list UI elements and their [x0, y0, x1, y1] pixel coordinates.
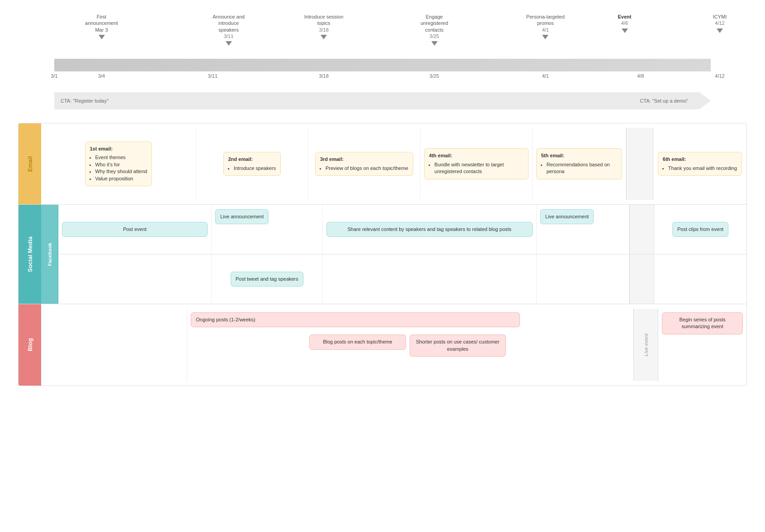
social-tw-col-0: [58, 254, 212, 304]
date-3-11: 3/11: [208, 73, 217, 79]
timeline-label-icymi: ICYMI4/12: [704, 14, 736, 33]
timeline-top-labels: FirstannouncementMar 3 Announce andintro…: [54, 14, 720, 59]
email-row-header: Email: [19, 123, 41, 204]
date-4-12: 4/12: [715, 73, 724, 79]
main-grid: Email 1st email: Event themes Who it's f…: [18, 123, 747, 386]
social-fb-col-1: Live announcement: [212, 205, 322, 254]
date-3-18: 3/18: [319, 73, 328, 79]
arrow-down-icon: [226, 41, 232, 46]
arrow-down-icon: [321, 35, 327, 39]
post-tweet-card: Post tweet and tag speakers: [231, 272, 303, 287]
shorter-posts-spacer: Shorter posts on use cases/ customer exa…: [410, 334, 506, 357]
timeline-label-session-topics: Introduce sessiontopics3/18: [301, 14, 346, 39]
blog-posts-topics-card: Blog posts on each topic/theme: [309, 334, 406, 349]
shorter-posts-card: Shorter posts on use cases/ customer exa…: [410, 334, 506, 357]
email-col-6: 6th email: Thank you email with recordin…: [653, 128, 746, 200]
timeline-label-event: Event4/6: [609, 14, 641, 33]
cta-left-text: CTA: "Register today": [61, 98, 109, 104]
social-fb-col-4: Live announcement: [537, 205, 629, 254]
blog-content-inner: Ongoing posts (1-2/weeks) Blog posts on …: [41, 309, 746, 381]
email-col-0: 1st email: Event themes Who it's for Why…: [41, 128, 196, 200]
date-4-1: 4/1: [542, 73, 549, 79]
arrow-down-icon: [622, 28, 628, 33]
email-card-5: 5th email: Recommendations based on pers…: [536, 148, 622, 179]
arrow-down-icon: [717, 28, 723, 33]
facebook-sub-header: Facebook: [41, 205, 58, 304]
social-content-area: Post event Live announcement Share relev…: [58, 205, 746, 304]
social-fb-col-6: Post clips from event: [654, 205, 746, 254]
post-clips-card: Post clips from event: [672, 222, 728, 237]
blog-bottom-cards: Blog posts on each topic/theme Shorter p…: [191, 334, 629, 357]
blog-topics-spacer: Blog posts on each topic/theme: [309, 334, 406, 357]
blog-row-header: Blog: [19, 304, 41, 386]
cta-arrow-container: CTA: "Register today" CTA: "Set up a dem…: [54, 92, 711, 109]
timeline-label-announce-speakers: Announce andintroducespeakers3/11: [206, 14, 251, 46]
timeline-label-persona-promos: Persona-targetedpromos4/1: [523, 14, 568, 39]
email-col-1: 2nd email: Introduce speakers: [196, 128, 308, 200]
email-col-4: 5th email: Recommendations based on pers…: [533, 128, 626, 200]
date-4-8: 4/8: [637, 73, 644, 79]
timeline-label-first-announcement: FirstannouncementMar 3: [79, 14, 124, 39]
social-fb-col-2-3: Share relevant content by speakers and t…: [323, 205, 537, 254]
cta-right-text: CTA: "Set up a demo": [640, 98, 688, 104]
live-event-label-blog: Live event: [634, 309, 658, 381]
email-col-3: 4th email: Bundle with newsletter to tar…: [420, 128, 533, 200]
facebook-label: Facebook: [47, 243, 52, 266]
blog-row: Blog Ongoing posts (1-2/weeks): [19, 304, 746, 386]
email-card-3: 3rd email: Preview of blogs on each topi…: [315, 152, 413, 176]
email-card-1: 1st email: Event themes Who it's for Why…: [85, 141, 152, 186]
ongoing-posts-card: Ongoing posts (1-2/weeks): [191, 312, 520, 327]
arrow-down-icon: [99, 35, 105, 39]
social-media-row: Social Media Facebook Post event: [19, 205, 746, 304]
arrow-down-icon: [431, 41, 438, 46]
social-tw-col-1: Post tweet and tag speakers: [212, 254, 322, 304]
twitter-row-outer: Post tweet and tag speakers: [58, 254, 746, 304]
cta-arrow-shape: CTA: "Register today" CTA: "Set up a dem…: [54, 92, 711, 109]
date-3-1: 3/1: [51, 73, 57, 79]
facebook-row: Post event Live announcement Share relev…: [58, 205, 746, 254]
email-card-4: 4th email: Bundle with newsletter to tar…: [424, 148, 529, 179]
blog-row-content: Ongoing posts (1-2/weeks) Blog posts on …: [41, 304, 746, 386]
email-live-event-col: [626, 128, 653, 200]
blog-live-col: Live event: [633, 309, 658, 381]
social-tw-col-4: [537, 254, 629, 304]
email-row-content: 1st email: Event themes Who it's for Why…: [41, 123, 746, 204]
share-relevant-card: Share relevant content by speakers and t…: [326, 222, 533, 237]
timeline-section: FirstannouncementMar 3 Announce andintro…: [18, 9, 747, 109]
page-container: FirstannouncementMar 3 Announce andintro…: [18, 9, 747, 386]
social-fb-live-col: [629, 205, 654, 254]
email-card-2: 2nd email: Introduce speakers: [223, 152, 281, 176]
email-card-6: 6th email: Thank you email with recordin…: [658, 152, 742, 176]
social-tw-col-2-3: [323, 254, 537, 304]
date-3-4: 3/4: [98, 73, 105, 79]
social-row-header: Social Media: [19, 205, 41, 304]
email-col-2: 3rd email: Preview of blogs on each topi…: [308, 128, 420, 200]
social-fb-col-0: Post event: [58, 205, 212, 254]
blog-col-0: [41, 309, 187, 381]
blog-col-6: Begin series of posts summarizing event: [658, 309, 746, 338]
email-row: Email 1st email: Event themes Who it's f…: [19, 123, 746, 205]
social-tw-col-6: [654, 254, 746, 304]
live-announcement-2-card: Live announcement: [540, 209, 594, 224]
date-3-25: 3/25: [430, 73, 439, 79]
arrow-down-icon: [542, 35, 548, 39]
post-event-card: Post event: [62, 222, 208, 237]
timeline-bottom-dates: 3/1 3/4 3/11 3/18 3/25 4/1 4/8 4/12: [54, 73, 720, 87]
timeline-bar: [54, 59, 711, 71]
blog-col-1-5: Ongoing posts (1-2/weeks) Blog posts on …: [187, 309, 633, 360]
social-tw-live-col: [629, 254, 654, 304]
timeline-label-engage-contacts: Engageunregisteredcontacts3/25: [412, 14, 457, 46]
live-announcement-1-card: Live announcement: [215, 209, 269, 224]
begin-series-card: Begin series of posts summarizing event: [662, 312, 743, 334]
